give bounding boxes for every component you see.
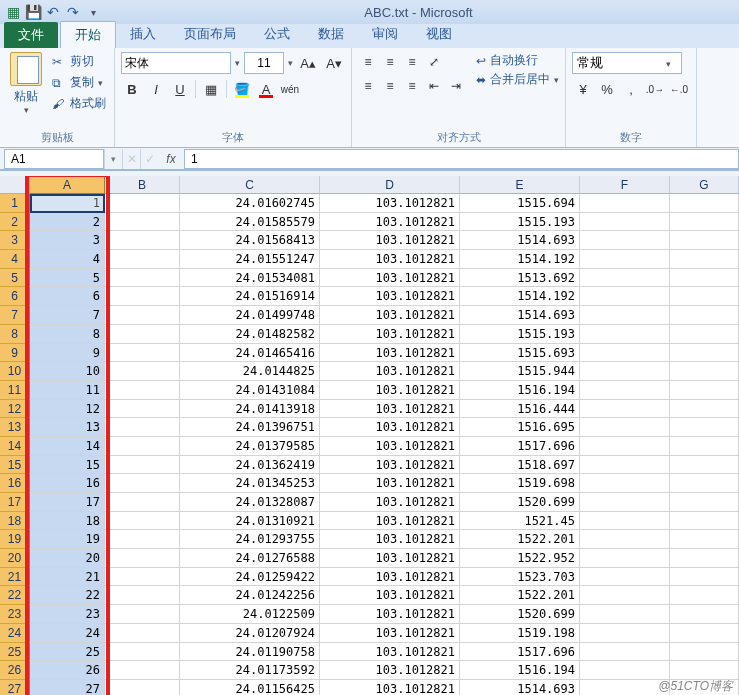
cell[interactable]: [580, 493, 670, 512]
cell[interactable]: 1515.693: [460, 344, 580, 363]
cell[interactable]: 24.01465416: [180, 344, 320, 363]
tab-5[interactable]: 审阅: [358, 21, 412, 48]
row-header[interactable]: 7: [0, 306, 30, 325]
tab-4[interactable]: 数据: [304, 21, 358, 48]
cell[interactable]: [670, 325, 739, 344]
cell[interactable]: [105, 213, 180, 232]
copy-button[interactable]: ⧉复制▾: [50, 73, 108, 92]
cell[interactable]: 103.1012821: [320, 344, 460, 363]
cell[interactable]: 1514.192: [460, 287, 580, 306]
undo-icon[interactable]: ↶: [44, 3, 62, 21]
redo-icon[interactable]: ↷: [64, 3, 82, 21]
cell[interactable]: 103.1012821: [320, 381, 460, 400]
row-headers[interactable]: 1234567891011121314151617181920212223242…: [0, 194, 30, 695]
cell[interactable]: [105, 437, 180, 456]
column-headers[interactable]: ABCDEFG: [30, 176, 739, 194]
cell[interactable]: 19: [30, 530, 105, 549]
cell[interactable]: [670, 586, 739, 605]
cell[interactable]: [105, 400, 180, 419]
column-header-C[interactable]: C: [180, 176, 320, 194]
cells-area[interactable]: 124.01602745103.10128211515.694224.01585…: [30, 194, 739, 695]
align-left-icon[interactable]: ≡: [358, 76, 378, 96]
cell[interactable]: 15: [30, 456, 105, 475]
tab-1[interactable]: 插入: [116, 21, 170, 48]
column-header-F[interactable]: F: [580, 176, 670, 194]
cell[interactable]: [670, 194, 739, 213]
cell[interactable]: [580, 381, 670, 400]
cell[interactable]: 103.1012821: [320, 287, 460, 306]
cell[interactable]: 24.01585579: [180, 213, 320, 232]
cell[interactable]: [105, 250, 180, 269]
cell[interactable]: 24.01328087: [180, 493, 320, 512]
cell[interactable]: 24.01431084: [180, 381, 320, 400]
paste-button[interactable]: 粘贴 ▾: [6, 52, 46, 115]
row-header[interactable]: 8: [0, 325, 30, 344]
cell[interactable]: 11: [30, 381, 105, 400]
decrease-font-icon[interactable]: A▾: [323, 52, 345, 74]
cell[interactable]: [105, 231, 180, 250]
cell[interactable]: [670, 381, 739, 400]
cell[interactable]: [105, 418, 180, 437]
cell[interactable]: [580, 661, 670, 680]
cell[interactable]: [105, 194, 180, 213]
cell[interactable]: [670, 287, 739, 306]
row-header[interactable]: 4: [0, 250, 30, 269]
cell[interactable]: [670, 474, 739, 493]
cell[interactable]: [105, 512, 180, 531]
cell[interactable]: 1515.694: [460, 194, 580, 213]
cell[interactable]: 103.1012821: [320, 437, 460, 456]
column-header-A[interactable]: A: [30, 176, 105, 194]
cell[interactable]: 24.01516914: [180, 287, 320, 306]
formula-bar[interactable]: [184, 149, 739, 169]
cell[interactable]: [580, 418, 670, 437]
column-header-D[interactable]: D: [320, 176, 460, 194]
cell[interactable]: 24.01310921: [180, 512, 320, 531]
cell[interactable]: [580, 549, 670, 568]
column-header-B[interactable]: B: [105, 176, 180, 194]
save-icon[interactable]: 💾: [24, 3, 42, 21]
cell[interactable]: 103.1012821: [320, 250, 460, 269]
cell[interactable]: [580, 306, 670, 325]
cell[interactable]: [580, 605, 670, 624]
italic-button[interactable]: I: [145, 78, 167, 100]
cell[interactable]: [580, 325, 670, 344]
cell[interactable]: 24.01379585: [180, 437, 320, 456]
cell[interactable]: 1516.194: [460, 661, 580, 680]
bold-button[interactable]: B: [121, 78, 143, 100]
cell[interactable]: [670, 530, 739, 549]
cell[interactable]: 1: [30, 194, 105, 213]
cell[interactable]: [670, 456, 739, 475]
cell[interactable]: 20: [30, 549, 105, 568]
cell[interactable]: 18: [30, 512, 105, 531]
currency-button[interactable]: ¥: [572, 78, 594, 100]
cell[interactable]: [105, 306, 180, 325]
cell[interactable]: [105, 493, 180, 512]
row-header[interactable]: 27: [0, 680, 30, 695]
row-header[interactable]: 12: [0, 400, 30, 419]
cell[interactable]: 8: [30, 325, 105, 344]
cell[interactable]: [580, 400, 670, 419]
qat-dropdown-icon[interactable]: ▾: [84, 3, 102, 21]
cell[interactable]: 24.01173592: [180, 661, 320, 680]
cell[interactable]: 13: [30, 418, 105, 437]
cell[interactable]: 27: [30, 680, 105, 695]
align-top-icon[interactable]: ≡: [358, 52, 378, 72]
comma-button[interactable]: ,: [620, 78, 642, 100]
cell[interactable]: [670, 493, 739, 512]
cell[interactable]: [670, 269, 739, 288]
cell[interactable]: 24: [30, 624, 105, 643]
fill-color-button[interactable]: 🪣: [231, 78, 253, 100]
cell[interactable]: 24.01293755: [180, 530, 320, 549]
cell[interactable]: [670, 549, 739, 568]
cell[interactable]: 24.01276588: [180, 549, 320, 568]
cell[interactable]: 24.01190758: [180, 643, 320, 662]
row-header[interactable]: 22: [0, 586, 30, 605]
row-header[interactable]: 6: [0, 287, 30, 306]
cell[interactable]: 4: [30, 250, 105, 269]
cell[interactable]: [105, 344, 180, 363]
border-button[interactable]: ▦: [200, 78, 222, 100]
cell[interactable]: 22: [30, 586, 105, 605]
cell[interactable]: [105, 643, 180, 662]
cell[interactable]: 1519.698: [460, 474, 580, 493]
cell[interactable]: 103.1012821: [320, 194, 460, 213]
